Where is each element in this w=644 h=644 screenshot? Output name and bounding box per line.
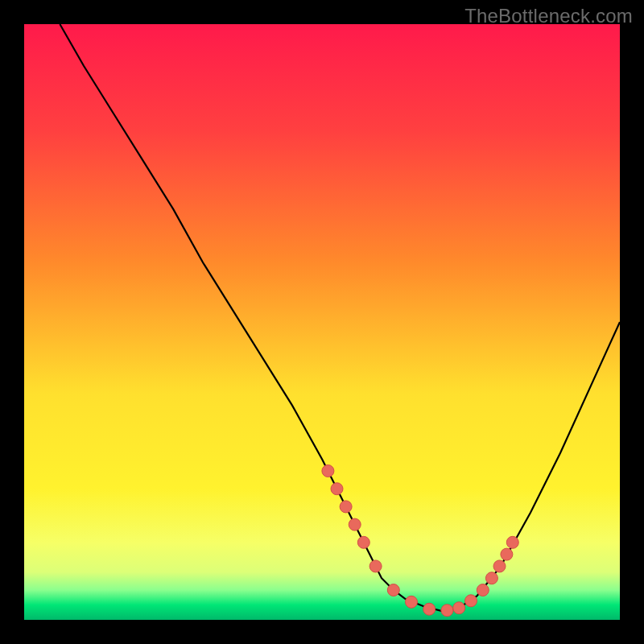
bottleneck-chart <box>0 0 644 644</box>
chart-frame: TheBottleneck.com <box>0 0 644 644</box>
marker-dot <box>477 584 489 597</box>
marker-dot <box>387 584 399 597</box>
marker-dot <box>331 483 343 495</box>
marker-dot <box>453 602 465 614</box>
marker-dot <box>506 536 518 548</box>
marker-dot <box>349 518 361 530</box>
marker-dot <box>493 560 506 572</box>
marker-dot <box>406 596 418 608</box>
marker-dot <box>485 572 497 584</box>
marker-dot <box>423 603 436 615</box>
marker-dot <box>501 548 513 560</box>
marker-dot <box>322 465 334 477</box>
marker-dot <box>369 560 382 572</box>
marker-dot <box>340 501 352 513</box>
marker-dot <box>357 536 369 548</box>
marker-dot <box>441 605 453 617</box>
marker-dot <box>465 595 477 607</box>
watermark-label: TheBottleneck.com <box>464 5 633 27</box>
